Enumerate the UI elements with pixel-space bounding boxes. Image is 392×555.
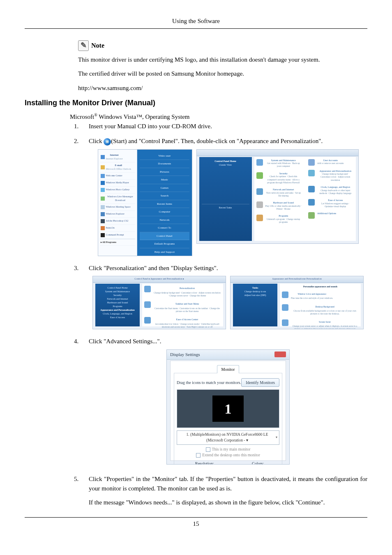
step-4: Click "Advanced Settings...". Display Se… [74,337,367,467]
identify-button[interactable]: Identify Monitors [241,378,279,387]
step-4-text: Click "Advanced Settings...". [89,338,161,345]
start-menu-right: Video user Documents Pictures Music Game… [137,150,191,256]
page-number: 15 [25,517,367,529]
drag-label: Drag the icons to match your monitors. [177,379,241,386]
start-menu-left: InternetInternet Explorer E-mailMicrosof… [98,150,138,256]
step-1: Insert your Manual CD into your CD-ROM d… [74,122,367,131]
note-icon: ✎ [78,40,89,51]
note-line-3: http://www.samsung.com/ [78,83,367,93]
note-block: ✎ Note This monitor driver is under cert… [78,40,367,93]
screenshot-personalization: Appearance and Personalization ▸ Persona… [230,276,364,329]
step-2-pre: Click [89,138,104,144]
step-5: Click "Properties" in the "Monitor" tab.… [74,474,367,507]
colors-label: Colors: [237,460,279,465]
pers-items: Personalize appearance and sounds Window… [280,284,361,326]
resolution-label: Resolution: [177,460,233,465]
os-post: Windows Vista™, Operating System [97,113,190,120]
screenshot-start-menu: InternetInternet Explorer E-mailMicrosof… [98,149,192,256]
screenshot-control-panel: Control Panel Home Classic View Recent T… [196,149,359,244]
note-line-2: The certified driver will be posted on S… [78,69,367,79]
step-1-text: Insert your Manual CD into your CD-ROM d… [89,123,212,130]
pers-tasks: Tasks Change desktop icons Adjust font s… [233,284,277,326]
page-header: Using the Software [25,16,367,29]
check-extend[interactable] [196,453,201,458]
note-line-1: This monitor driver is under certifying … [78,55,367,65]
monitor-icon[interactable]: 1 [212,395,244,422]
step-5-p2: If the message "Windows needs..." is dis… [89,498,367,507]
display-dropdown[interactable]: 1. (MultipleMonitors) on NVIDIA GeForce8… [177,430,279,445]
note-label: Note [91,41,104,51]
check-main[interactable] [206,447,210,452]
dialog-title: Display Settings [170,351,200,358]
cp-sidebar: Control Panel Home Classic View Recent T… [199,157,252,241]
screenshot-display-settings: Display Settings Monitor Drag the icons … [166,349,290,465]
step-5-p1: Click "Properties" in the "Monitor" tab.… [89,474,367,493]
cp-categories: System and MaintenanceGet started with W… [254,157,356,241]
appearance-sidebar: Control Panel Home System and Maintenanc… [95,284,140,326]
registered-mark: ® [94,113,97,117]
step-2: Click ⊞(Start) and "Control Panel". Then… [74,136,367,256]
section-heading: Installing the Monitor Driver (Manual) [25,97,367,109]
os-pre: Microsoft [70,113,94,120]
step-3-text: Click "Personalization" and then "Displa… [89,265,218,271]
appearance-items: PersonalizationChange desktop background… [142,284,223,326]
windows-start-icon: ⊞ [104,138,111,146]
close-icon[interactable] [274,352,286,357]
step-3: Click "Personalization" and then "Displa… [74,264,367,330]
os-line: Microsoft® Windows Vista™, Operating Sys… [70,112,367,122]
screenshot-appearance: Control Panel ▸ Appearance and Personali… [92,276,226,329]
tab-monitor[interactable]: Monitor [217,365,240,373]
step-2-post: (Start) and "Control Panel". Then, doubl… [111,138,323,144]
